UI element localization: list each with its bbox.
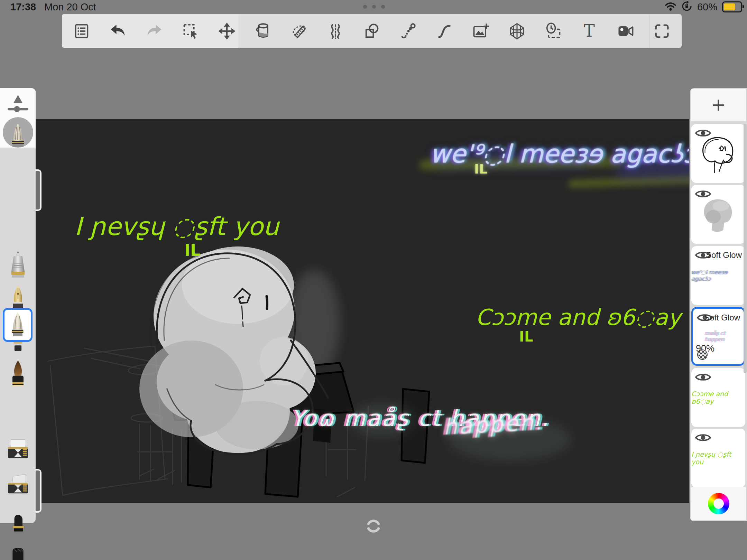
color-picker-card [691,487,746,520]
current-brush-preview[interactable] [0,117,36,148]
brush-preview-circle [3,117,33,148]
brush-mechanical-pencil[interactable] [0,250,36,281]
canvas-text-blue-sub: IL [474,161,487,177]
menu-button[interactable] [71,20,92,42]
left-panel-handle-top[interactable] [35,169,42,211]
toolbar-divider [649,14,650,48]
wifi-icon [665,1,676,12]
fill-bucket-button[interactable] [252,20,274,42]
curve-tool-button[interactable] [434,20,455,42]
layer-row-basecolor[interactable] [691,185,745,244]
drawing-canvas[interactable]: we'⁹◌l meeɜɘ agacʖɔ IL I ɲevʂɥ ◌ʂft you … [36,119,689,503]
canvas-text-green-left-sub: IL [184,241,200,260]
orientation-lock-icon [681,1,692,13]
add-layer-button[interactable]: + [691,89,746,121]
shape-tool-button[interactable] [361,20,382,42]
brush-panel [0,88,36,523]
layer-thumbnail-text: we'◌l meeɜɘ agacʖɔ [691,269,745,282]
perspective-tool-button[interactable] [506,20,528,42]
multitask-dots-icon [363,5,385,9]
brush-size-slider[interactable] [0,93,36,115]
layer-thumbnail-text: I ɲevʂɥ ◌ʂft you [691,450,745,466]
liquify-tool-button[interactable] [325,20,346,42]
select-tool-button[interactable] [180,20,201,42]
brush-pencil-selected[interactable] [3,308,33,342]
battery-icon [722,1,742,12]
undo-button[interactable] [107,20,129,42]
brush-large[interactable] [0,360,36,393]
layer-blend-mode-label: Soft Glow [704,313,740,323]
marker-small[interactable] [0,512,36,535]
layer-row-lineart[interactable] [691,124,745,183]
canvas-text-blue: we'⁹◌l meeɜɘ agacʖɔ [430,139,689,168]
canvas-text-green-right-sub: IL [519,329,533,345]
layers-scrollbar[interactable] [744,124,747,373]
battery-percent: 60% [697,1,717,13]
record-button[interactable] [615,20,636,42]
left-panel-handle-bottom[interactable] [35,469,42,513]
layer-row-softglow-2-selected[interactable]: maåʂ ct happen Soft Glow 90% [691,307,745,366]
app-window: 17:38 Mon 20 Oct 60% [0,0,747,560]
status-bar: 17:38 Mon 20 Oct 60% [0,0,747,14]
layer-visibility-eye-icon[interactable] [695,188,711,199]
layer-row-text-green-right[interactable]: Cɔɔme and ʚ6◌ay [691,368,745,427]
rotate-reset-button[interactable] [365,518,382,534]
top-toolbar: T [62,14,682,48]
layer-visibility-eye-icon[interactable] [695,372,711,383]
add-image-button[interactable] [470,20,491,42]
layer-visibility-eye-icon[interactable] [695,128,711,139]
layer-thumbnail-text: Cɔɔme and ʚ6◌ay [691,390,745,405]
timelapse-button[interactable] [542,20,564,42]
canvas-text-white-echo: happen. [442,409,544,440]
layer-visibility-eye-icon[interactable] [695,432,711,443]
redo-button[interactable] [144,20,165,42]
canvas-text-green-right: Cɔɔme and ʚ6◌ay [476,305,681,330]
layers-panel: + [690,88,747,521]
alpha-lock-icon[interactable] [697,349,708,361]
canvas-text-green-left: I ɲevʂɥ ◌ʂft you [74,212,279,241]
ruler-tool-button[interactable] [288,20,310,42]
layer-row-softglow-1[interactable]: we'◌l meeɜɘ agacʖɔ Soft Glow [691,246,745,305]
svg-text:T: T [584,22,595,40]
date: Mon 20 Oct [44,1,96,13]
fullscreen-button[interactable] [651,20,673,42]
move-tool-button[interactable] [216,20,238,42]
clock: 17:38 [10,1,36,13]
text-tool-button[interactable]: T [579,20,600,42]
toolbar-divider [239,14,239,48]
eraser-angled[interactable] [0,473,36,499]
layer-thumbnail-text: maåʂ ct happen [705,330,744,343]
marker-large[interactable] [0,547,36,560]
layer-blend-mode-label: Soft Glow [706,250,742,260]
spline-tool-button[interactable] [397,20,419,42]
eraser-flat[interactable] [0,438,36,464]
layer-row-text-green-left[interactable]: I ɲevʂɥ ◌ʂft you [691,429,745,487]
color-wheel[interactable] [708,493,729,514]
